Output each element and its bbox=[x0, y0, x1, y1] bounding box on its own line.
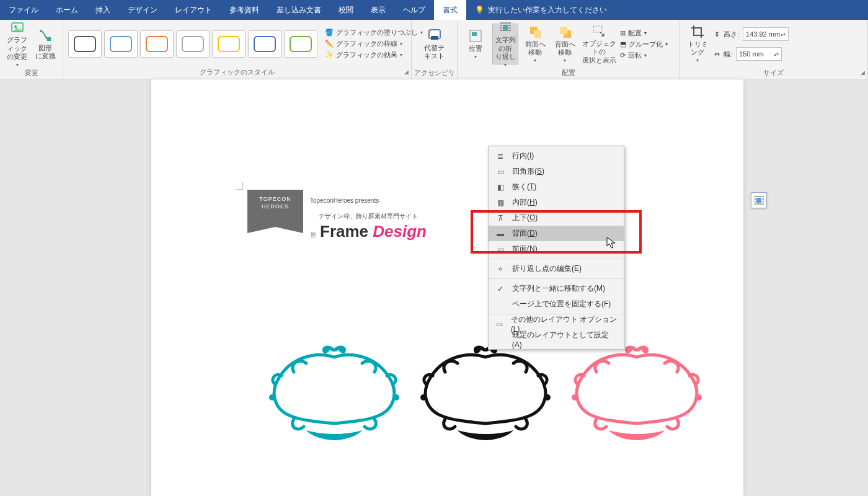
outline-button[interactable]: ✏️ グラフィックの枠線 ▾ bbox=[325, 39, 423, 48]
anchor-icon: ⎘ bbox=[311, 231, 316, 239]
rotate-button[interactable]: ⟳回転▾ bbox=[620, 51, 668, 60]
style-thumb-5[interactable] bbox=[248, 30, 281, 58]
align-icon: ⊞ bbox=[620, 29, 626, 37]
bring-forward-button[interactable]: 前面へ 移動 ▾ bbox=[522, 24, 548, 64]
tab-mailings[interactable]: 差し込み文書 bbox=[268, 0, 330, 20]
group-accessibility: 代替テ キスト アクセシビリティ bbox=[412, 20, 458, 79]
selection-pane-button[interactable]: オブジェクトの 選択と表示 bbox=[582, 24, 616, 64]
brand-banner: TOPECON HEROES bbox=[247, 190, 303, 227]
group-size-label: サイズ bbox=[763, 69, 784, 76]
wrap-text-button[interactable]: 文字列の折 り返し ▾ bbox=[492, 24, 518, 64]
style-thumb-0[interactable] bbox=[68, 30, 102, 58]
wrap-option-icon: ▭ bbox=[495, 167, 506, 176]
tab-home[interactable]: ホーム bbox=[47, 0, 87, 20]
width-label: 幅: bbox=[724, 50, 732, 59]
wrap-text-menu: ≣行内(I)▭四角形(S)◧狭く(T)▦内部(H)⊼上下(O)▬背面(D)▭前面… bbox=[488, 146, 624, 350]
tab-references[interactable]: 参考資料 bbox=[221, 0, 268, 20]
style-thumb-2[interactable] bbox=[140, 30, 174, 58]
selection-pane-icon bbox=[591, 24, 606, 38]
convert-shape-icon bbox=[38, 28, 53, 43]
lightbulb-icon: 💡 bbox=[475, 6, 484, 14]
alt-text-button[interactable]: 代替テ キスト bbox=[422, 24, 448, 64]
bucket-icon: 🪣 bbox=[325, 29, 334, 37]
tab-format[interactable]: 書式 bbox=[434, 0, 466, 20]
tell-me-search[interactable]: 💡 実行したい作業を入力してください bbox=[466, 0, 607, 20]
crop-button[interactable]: トリミング ▾ bbox=[684, 24, 711, 64]
tab-design[interactable]: デザイン bbox=[119, 0, 166, 20]
group-arrange: 位置 ▾ 文字列の折 り返し ▾ 前面へ 移動 ▾ 背面へ 移動 ▾ オブジェク… bbox=[458, 20, 680, 79]
position-icon bbox=[468, 29, 483, 43]
effects-button[interactable]: ✨ グラフィックの効果 ▾ bbox=[325, 50, 423, 60]
fill-button[interactable]: 🪣 グラフィックの塗りつぶし ▾ bbox=[325, 28, 423, 37]
menu-wrap-o[interactable]: ⊼上下(O) bbox=[489, 210, 624, 226]
style-thumb-3[interactable] bbox=[176, 30, 210, 58]
align-button[interactable]: ⊞配置▾ bbox=[620, 29, 668, 38]
chevron-down-icon: ▾ bbox=[665, 42, 668, 47]
menu-wrap-i[interactable]: ≣行内(I) bbox=[489, 148, 624, 164]
menu-separator bbox=[489, 259, 624, 259]
style-thumb-4[interactable] bbox=[212, 30, 246, 58]
wrap-option-icon: ▭ bbox=[495, 245, 506, 254]
menu-wrap-s[interactable]: ▭四角形(S) bbox=[489, 164, 624, 179]
svg-point-2 bbox=[40, 30, 42, 32]
svg-point-1 bbox=[14, 25, 17, 28]
crop-icon bbox=[690, 24, 705, 39]
group-icon: ⬒ bbox=[620, 40, 626, 48]
send-backward-button[interactable]: 背面へ 移動 ▾ bbox=[552, 24, 578, 64]
svg-rect-7 bbox=[472, 32, 477, 36]
send-backward-icon bbox=[557, 24, 572, 39]
spinner-icon[interactable]: ▴▾ bbox=[774, 51, 779, 57]
spinner-icon[interactable]: ▴▾ bbox=[781, 32, 786, 37]
styles-launcher[interactable]: ◢ bbox=[404, 69, 409, 75]
menu-move-with-text[interactable]: ✓文字列と一緒に移動する(M) bbox=[489, 281, 624, 296]
document-area: TOPECON HEROES TopeconHeroes presents デザ… bbox=[0, 79, 868, 496]
svg-rect-3 bbox=[47, 37, 51, 41]
svg-point-17 bbox=[420, 394, 427, 401]
tab-view[interactable]: 表示 bbox=[362, 0, 394, 20]
pen-icon: ✏️ bbox=[325, 40, 334, 48]
svg-rect-14 bbox=[756, 198, 761, 203]
width-input[interactable]: 150 mm▴▾ bbox=[736, 47, 782, 61]
wrap-option-icon: ▦ bbox=[495, 198, 506, 207]
menu-edit-wrap-points[interactable]: ✧折り返し点の編集(E) bbox=[489, 261, 624, 277]
chevron-down-icon: ▾ bbox=[400, 41, 402, 46]
menu-wrap-d[interactable]: ▬背面(D) bbox=[489, 226, 624, 241]
menu-wrap-t[interactable]: ◧狭く(T) bbox=[489, 179, 624, 195]
ribbon-tabbar: ファイル ホーム 挿入 デザイン レイアウト 参考資料 差し込み文書 校閲 表示… bbox=[0, 0, 868, 20]
tab-review[interactable]: 校閲 bbox=[330, 0, 362, 20]
style-thumb-6[interactable] bbox=[284, 30, 317, 58]
svg-point-16 bbox=[393, 394, 399, 401]
position-button[interactable]: 位置 ▾ bbox=[463, 24, 489, 64]
alt-text-icon bbox=[427, 28, 442, 43]
presents-text: TopeconHeroes presents bbox=[310, 197, 379, 204]
tab-file[interactable]: ファイル bbox=[0, 0, 47, 20]
width-icon: ⇔ bbox=[714, 50, 720, 58]
convert-to-shape-button[interactable]: 図形 に変換 bbox=[33, 24, 58, 64]
tab-insert[interactable]: 挿入 bbox=[87, 0, 119, 20]
chevron-down-icon: ▾ bbox=[564, 58, 566, 64]
menu-wrap-n[interactable]: ▭前面(N) bbox=[489, 241, 624, 257]
menu-wrap-h[interactable]: ▦内部(H) bbox=[489, 195, 624, 210]
wrap-text-icon bbox=[498, 20, 513, 35]
height-input[interactable]: 143.92 mm▴▾ bbox=[743, 27, 789, 41]
layout-options-badge[interactable] bbox=[751, 192, 767, 208]
tab-layout[interactable]: レイアウト bbox=[166, 0, 221, 20]
menu-fix-on-page[interactable]: ページ上で位置を固定する(F) bbox=[489, 296, 624, 312]
chevron-down-icon: ▾ bbox=[696, 58, 699, 64]
chevron-down-icon: ▾ bbox=[400, 52, 402, 58]
group-styles-label: グラフィックのスタイル bbox=[200, 68, 275, 76]
menu-set-default-layout[interactable]: 既定のレイアウトとして設定(A) bbox=[489, 332, 624, 347]
logo-main: Frame Design bbox=[320, 222, 427, 241]
group-styles: 🪣 グラフィックの塗りつぶし ▾ ✏️ グラフィックの枠線 ▾ ✨ グラフィック… bbox=[63, 20, 412, 79]
group-button[interactable]: ⬒グループ化▾ bbox=[620, 40, 668, 49]
tab-help[interactable]: ヘルプ bbox=[394, 0, 434, 20]
size-launcher[interactable]: ◢ bbox=[861, 69, 865, 76]
svg-point-15 bbox=[269, 394, 275, 401]
chevron-down-icon: ▾ bbox=[644, 53, 647, 58]
chevron-down-icon: ▾ bbox=[644, 30, 647, 36]
style-thumb-1[interactable] bbox=[104, 30, 138, 58]
group-size: トリミング ▾ ⇕ 高さ: 143.92 mm▴▾ ⇔ 幅: 150 mm▴▾ … bbox=[680, 20, 868, 79]
change-graphic-button[interactable]: グラフィック の変更 ▾ bbox=[5, 24, 30, 64]
page[interactable]: TOPECON HEROES TopeconHeroes presents デザ… bbox=[151, 79, 743, 496]
svg-point-18 bbox=[544, 394, 551, 401]
